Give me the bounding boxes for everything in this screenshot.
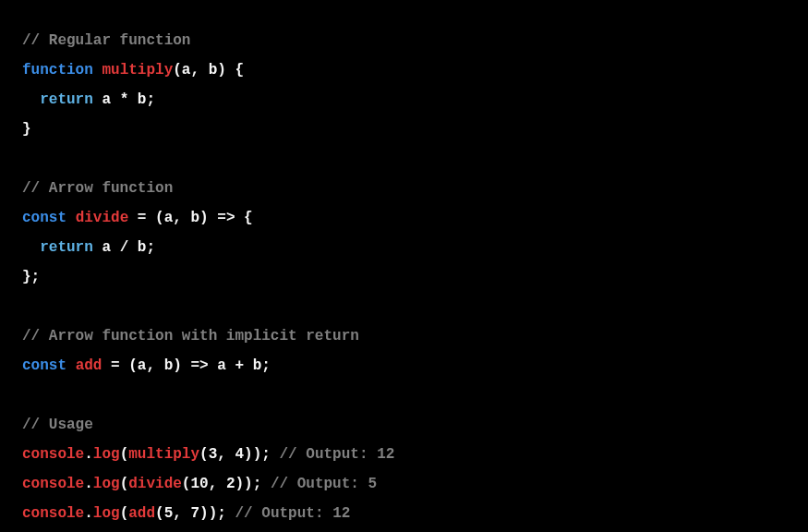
code-token: ( <box>128 357 138 374</box>
code-token <box>209 357 218 374</box>
code-token: => <box>190 357 208 374</box>
code-token <box>22 239 40 256</box>
code-token: ) { <box>217 62 244 79</box>
code-token: console <box>22 446 84 463</box>
code-token <box>22 91 40 108</box>
code-token: ; <box>146 91 155 108</box>
code-token: ( <box>155 210 164 226</box>
code-token: 10 <box>190 476 208 492</box>
code-token: => <box>217 210 235 226</box>
code-token: b <box>138 91 147 108</box>
code-token: , <box>209 476 226 492</box>
code-token: / <box>111 239 138 256</box>
code-token: , <box>217 446 235 463</box>
code-token: ( <box>155 505 164 522</box>
code-token: console <box>22 476 84 492</box>
code-token: 5 <box>164 505 174 522</box>
code-token: ( <box>199 446 209 463</box>
code-token: console <box>22 505 84 522</box>
code-token: b <box>138 239 147 256</box>
code-token <box>93 62 103 79</box>
code-token: divide <box>128 476 182 492</box>
code-token: multiply <box>102 62 173 79</box>
code-token: return <box>40 91 93 108</box>
code-token: ; <box>146 239 155 256</box>
code-token: // Output: 5 <box>261 476 377 492</box>
code-token: log <box>93 505 120 522</box>
code-token <box>93 91 103 108</box>
code-token: // Output: 12 <box>271 446 394 463</box>
code-token: divide <box>76 210 129 226</box>
code-token: * <box>111 91 138 108</box>
code-token: a <box>182 62 191 79</box>
code-token: // Regular function <box>22 32 190 49</box>
code-token: 4 <box>235 446 244 463</box>
code-token: ( <box>173 62 182 79</box>
code-token: // Output: 12 <box>226 505 350 522</box>
code-token: a <box>164 210 174 226</box>
code-token: b <box>164 357 174 374</box>
code-token: , <box>190 62 208 79</box>
code-token: multiply <box>128 446 199 463</box>
code-token: . <box>84 505 93 522</box>
code-token: . <box>84 476 93 492</box>
code-token: add <box>128 505 155 522</box>
code-token: return <box>40 239 93 256</box>
code-token: ) <box>199 210 217 226</box>
code-token: // Arrow function <box>22 180 173 197</box>
code-token <box>66 357 76 374</box>
code-token: // Usage <box>22 417 93 433</box>
code-token: b <box>190 210 199 226</box>
code-token: a <box>217 357 226 374</box>
code-token: ; <box>261 357 271 374</box>
code-token: ( <box>120 505 129 522</box>
code-block: // Regular function function multiply(a,… <box>22 26 786 528</box>
code-token: ( <box>120 476 129 492</box>
code-token: add <box>76 357 103 374</box>
code-token: . <box>84 446 93 463</box>
code-token: log <box>93 476 120 492</box>
code-token: , <box>173 505 190 522</box>
code-token: = <box>102 357 128 374</box>
code-token: b <box>253 357 262 374</box>
code-token: a <box>102 91 111 108</box>
code-token: 7 <box>190 505 199 522</box>
code-token: )); <box>199 505 226 522</box>
code-token: }; <box>22 269 40 285</box>
code-token: const <box>22 357 66 374</box>
code-token: ( <box>120 446 129 463</box>
code-token: } <box>22 121 31 138</box>
code-token: a <box>102 239 111 256</box>
code-token: const <box>22 210 66 226</box>
code-token <box>93 239 103 256</box>
code-token: , <box>173 210 190 226</box>
code-token: function <box>22 62 93 79</box>
code-token: , <box>146 357 163 374</box>
code-token: )); <box>244 446 271 463</box>
code-token: b <box>209 62 218 79</box>
code-token: + <box>226 357 253 374</box>
code-token: ) <box>173 357 190 374</box>
code-token: 3 <box>209 446 218 463</box>
code-token: { <box>235 210 252 226</box>
code-token: = <box>128 210 155 226</box>
code-token: )); <box>235 476 261 492</box>
code-token <box>66 210 76 226</box>
code-token: // Arrow function with implicit return <box>22 328 359 345</box>
code-token: log <box>93 446 120 463</box>
